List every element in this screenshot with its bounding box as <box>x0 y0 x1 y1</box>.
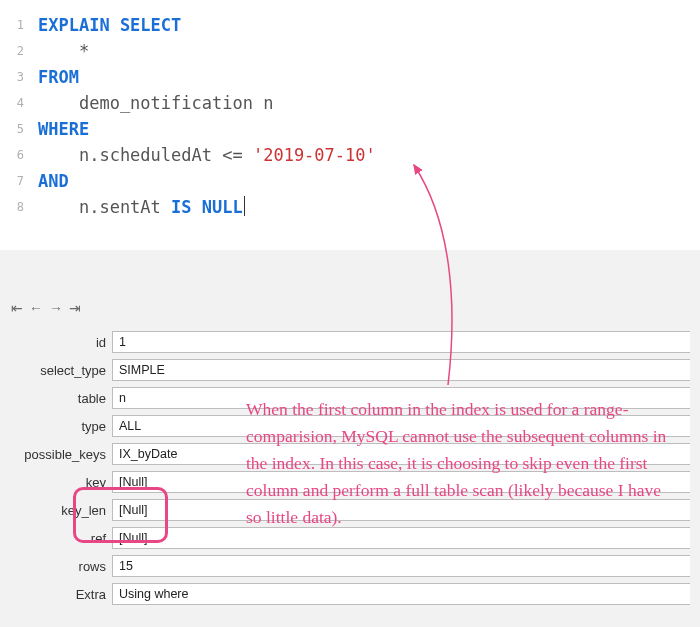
line-number: 5 <box>0 116 38 142</box>
code-line[interactable]: 2 * <box>0 38 700 64</box>
code-line[interactable]: 8 n.sentAt IS NULL <box>0 194 700 220</box>
result-value[interactable]: SIMPLE <box>112 359 690 381</box>
code-line[interactable]: 1EXPLAIN SELECT <box>0 12 700 38</box>
result-row-rows: rows15 <box>0 554 690 578</box>
result-label: rows <box>0 559 112 574</box>
code-content[interactable]: AND <box>38 168 700 194</box>
result-value[interactable]: [Null] <box>112 499 690 521</box>
result-value[interactable]: [Null] <box>112 471 690 493</box>
result-label: possible_keys <box>0 447 112 462</box>
line-number: 3 <box>0 64 38 90</box>
result-value[interactable]: 1 <box>112 331 690 353</box>
result-row-key_len: key_len[Null] <box>0 498 690 522</box>
result-label: id <box>0 335 112 350</box>
nav-prev-icon[interactable]: ← <box>28 298 44 318</box>
result-label: key <box>0 475 112 490</box>
sql-editor[interactable]: 1EXPLAIN SELECT2 *3FROM4 demo_notificati… <box>0 0 700 250</box>
nav-next-icon[interactable]: → <box>48 298 64 318</box>
result-label: type <box>0 419 112 434</box>
result-value[interactable]: 15 <box>112 555 690 577</box>
result-value[interactable]: [Null] <box>112 527 690 549</box>
line-number: 1 <box>0 12 38 38</box>
nav-first-icon[interactable]: ⇤ <box>10 298 24 318</box>
result-value[interactable]: IX_byDate <box>112 443 690 465</box>
result-row-table: tablen <box>0 386 690 410</box>
code-line[interactable]: 7AND <box>0 168 700 194</box>
code-content[interactable]: * <box>38 38 700 64</box>
result-value[interactable]: ALL <box>112 415 690 437</box>
nav-last-icon[interactable]: ⇥ <box>68 298 82 318</box>
result-label: table <box>0 391 112 406</box>
code-content[interactable]: WHERE <box>38 116 700 142</box>
text-cursor <box>244 196 245 216</box>
code-line[interactable]: 3FROM <box>0 64 700 90</box>
code-line[interactable]: 4 demo_notification n <box>0 90 700 116</box>
code-content[interactable]: demo_notification n <box>38 90 700 116</box>
result-value[interactable]: Using where <box>112 583 690 605</box>
line-number: 8 <box>0 194 38 220</box>
result-value[interactable]: n <box>112 387 690 409</box>
result-row-id: id1 <box>0 330 690 354</box>
result-row-type: typeALL <box>0 414 690 438</box>
code-content[interactable]: n.scheduledAt <= '2019-07-10' <box>38 142 700 168</box>
result-row-ref: ref[Null] <box>0 526 690 550</box>
line-number: 2 <box>0 38 38 64</box>
code-content[interactable]: FROM <box>38 64 700 90</box>
result-label: Extra <box>0 587 112 602</box>
result-row-key: key[Null] <box>0 470 690 494</box>
result-row-extra: ExtraUsing where <box>0 582 690 606</box>
result-label: select_type <box>0 363 112 378</box>
line-number: 7 <box>0 168 38 194</box>
line-number: 4 <box>0 90 38 116</box>
code-line[interactable]: 5WHERE <box>0 116 700 142</box>
explain-result-pane: id1select_typeSIMPLEtablentypeALLpossibl… <box>0 330 700 606</box>
record-nav: ⇤ ← → ⇥ <box>0 290 700 330</box>
code-line[interactable]: 6 n.scheduledAt <= '2019-07-10' <box>0 142 700 168</box>
code-content[interactable]: n.sentAt IS NULL <box>38 194 700 220</box>
pane-divider <box>0 250 700 290</box>
result-label: key_len <box>0 503 112 518</box>
result-row-select_type: select_typeSIMPLE <box>0 358 690 382</box>
result-row-possible_keys: possible_keysIX_byDate <box>0 442 690 466</box>
line-number: 6 <box>0 142 38 168</box>
code-content[interactable]: EXPLAIN SELECT <box>38 12 700 38</box>
result-label: ref <box>0 531 112 546</box>
